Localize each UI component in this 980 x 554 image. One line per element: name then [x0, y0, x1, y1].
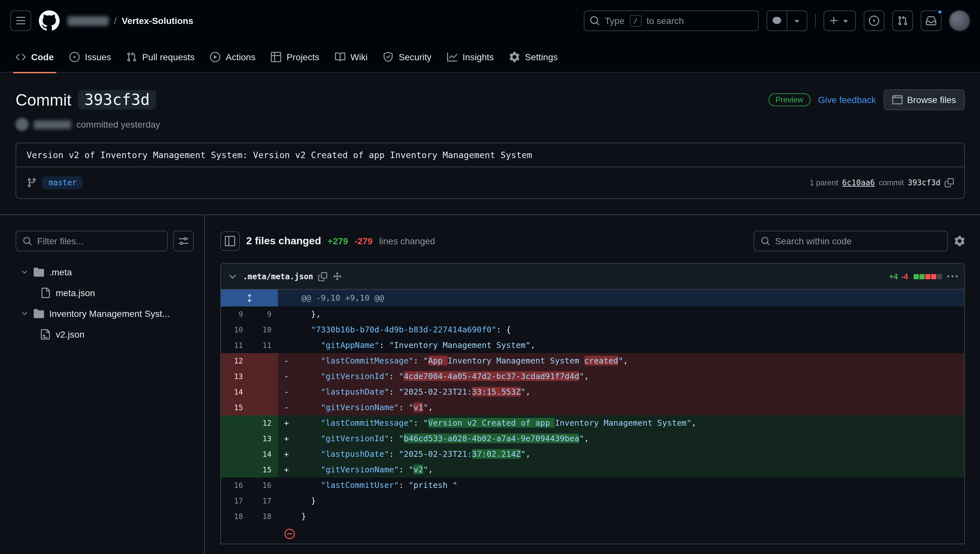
- tab-wiki[interactable]: Wiki: [327, 41, 375, 72]
- code-line: "lastCommitMessage": "Version v2 Created…: [295, 416, 964, 431]
- repo-nav: Code Issues Pull requests Actions Projec…: [0, 41, 980, 73]
- diffstat-block: [913, 274, 918, 279]
- chevron-down-icon: [21, 310, 29, 317]
- diff-settings-button[interactable]: [954, 236, 964, 246]
- copy-path-button[interactable]: [318, 272, 328, 281]
- committed-text: committed yesterday: [76, 119, 160, 130]
- old-line-number: 18: [221, 509, 250, 524]
- code-search-input[interactable]: [775, 236, 940, 246]
- diff-lines: 99 },1010 "7330b16b-b70d-4d9b-b83d-22741…: [221, 306, 964, 524]
- diff-marker: [278, 322, 295, 337]
- new-line-number: 10: [250, 322, 278, 337]
- code-line: }: [295, 509, 964, 524]
- new-line-number: [250, 369, 278, 384]
- old-line-number: [221, 462, 250, 478]
- diff-pane: 2 files changed +279 -279 lines changed: [205, 215, 980, 554]
- folder-icon: [34, 309, 44, 319]
- diff-marker: +: [278, 446, 295, 462]
- diff-line: 13- "gitVersionId": "4cde7004-4a05-47d2-…: [221, 369, 964, 384]
- create-new-button[interactable]: [823, 10, 856, 31]
- tab-insights[interactable]: Insights: [439, 41, 502, 72]
- tree-folder-meta[interactable]: .meta: [16, 262, 194, 282]
- tab-pull-requests[interactable]: Pull requests: [119, 41, 202, 72]
- chevron-down-icon: [228, 271, 238, 282]
- toggle-file-tree-button[interactable]: [220, 231, 240, 251]
- expand-hunk-button[interactable]: [221, 290, 278, 306]
- give-feedback-link[interactable]: Give feedback: [818, 95, 876, 105]
- diff-file-path[interactable]: .meta/meta.json: [243, 272, 313, 281]
- collapse-file-button[interactable]: [228, 271, 238, 282]
- pull-requests-dashboard-button[interactable]: [892, 10, 913, 31]
- code-line: "7330b16b-b70d-4d9b-b83d-227414a690f0": …: [295, 322, 964, 337]
- copilot-icon: [772, 16, 782, 26]
- filter-files-input[interactable]: [37, 236, 161, 246]
- redacted-owner-name[interactable]: [67, 16, 109, 25]
- diff-marker: [278, 478, 295, 493]
- author-avatar[interactable]: [16, 118, 29, 131]
- shield-icon: [383, 51, 394, 62]
- tree-file-v2-json[interactable]: v2.json: [16, 324, 194, 345]
- tab-code[interactable]: Code: [8, 41, 62, 72]
- issue-opened-icon: [869, 16, 879, 26]
- code-line: "lastCommitMessage": "App Inventory Mana…: [295, 353, 964, 369]
- copy-sha-button[interactable]: [944, 178, 953, 187]
- commit-title-label: Commit: [16, 91, 71, 109]
- filter-files-field[interactable]: [16, 231, 168, 252]
- diff-marker: +: [278, 431, 295, 446]
- search-icon: [760, 236, 770, 246]
- diff-marker: -: [278, 400, 295, 416]
- hamburger-menu-button[interactable]: [10, 10, 31, 31]
- drag-handle[interactable]: [333, 272, 342, 281]
- new-line-number: [250, 384, 278, 400]
- inbox-icon: [926, 16, 936, 26]
- new-line-number: 13: [250, 431, 278, 446]
- tab-projects[interactable]: Projects: [263, 41, 327, 72]
- tab-security[interactable]: Security: [375, 41, 439, 72]
- hunk-header-text: @@ -9,10 +9,10 @@: [278, 290, 964, 306]
- unfold-icon: [245, 293, 254, 302]
- old-line-number: [221, 416, 250, 431]
- diffstat-blocks: [913, 272, 942, 281]
- inbox-button[interactable]: [920, 10, 941, 31]
- git-branch-icon: [27, 178, 37, 188]
- code-search-field[interactable]: [753, 231, 948, 252]
- github-logo[interactable]: [39, 10, 60, 31]
- diff-line: 1616 "lastCommitUser": "pritesh ": [221, 478, 964, 493]
- diff-marker: -: [278, 384, 295, 400]
- gear-icon: [954, 236, 964, 246]
- new-line-number: 15: [250, 462, 278, 478]
- tab-settings[interactable]: Settings: [501, 41, 565, 72]
- user-avatar[interactable]: [949, 10, 970, 31]
- issues-dashboard-button[interactable]: [863, 10, 884, 31]
- search-placeholder-suffix: to search: [647, 16, 684, 26]
- tab-label: Security: [399, 51, 431, 62]
- new-line-number: 12: [250, 416, 278, 431]
- code-line: "lastpushDate": "2025-02-23T21:33:15.553…: [295, 384, 964, 400]
- tree-file-meta-json[interactable]: meta.json: [16, 282, 194, 303]
- copilot-menu-caret[interactable]: [787, 11, 807, 30]
- redacted-author-name[interactable]: [34, 120, 71, 129]
- tree-folder-inventory[interactable]: Inventory Management Syst...: [16, 303, 194, 324]
- copy-icon: [944, 178, 953, 187]
- triangle-down-icon: [840, 16, 850, 26]
- tree-item-label: Inventory Management Syst...: [49, 309, 170, 319]
- copilot-chat-button[interactable]: [767, 11, 786, 30]
- diffstat-block: [925, 274, 930, 279]
- header-divider: [815, 14, 815, 27]
- tab-issues[interactable]: Issues: [62, 41, 119, 72]
- file-deletions: -4: [901, 272, 908, 281]
- diff-line: 14+ "lastpushDate": "2025-02-23T21:37:02…: [221, 446, 964, 462]
- branch-link[interactable]: master: [42, 176, 83, 189]
- old-line-number: 10: [221, 322, 250, 337]
- file-diff-icon: [40, 329, 51, 339]
- breadcrumb-repo-link[interactable]: Vertex-Solutions: [122, 16, 193, 26]
- commit-sha-badge: 393cf3d: [78, 90, 156, 110]
- global-search-input[interactable]: Type / to search: [584, 10, 759, 31]
- tab-actions[interactable]: Actions: [202, 41, 263, 72]
- browse-files-button[interactable]: Browse files: [884, 89, 964, 110]
- browser-icon: [892, 95, 902, 105]
- tree-options-button[interactable]: [173, 231, 194, 252]
- gear-icon: [509, 51, 520, 62]
- parent-sha-link[interactable]: 6c10aa6: [842, 178, 875, 187]
- file-options-button[interactable]: [947, 271, 957, 282]
